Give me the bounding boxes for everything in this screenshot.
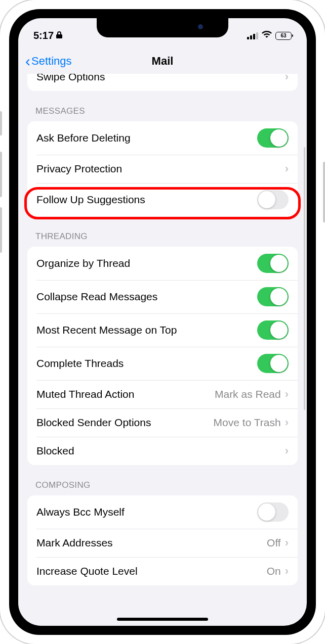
- toggle-follow-up[interactable]: [257, 190, 289, 209]
- row-label: Swipe Options: [36, 74, 285, 83]
- row-always-bcc[interactable]: Always Bcc Myself: [27, 495, 298, 529]
- battery-level: 63: [280, 33, 286, 38]
- lock-icon: [56, 30, 62, 41]
- phone-bezel: 5:17 63: [9, 9, 316, 635]
- row-blocked[interactable]: Blocked ›: [27, 437, 298, 465]
- toggle-bcc[interactable]: [257, 502, 289, 522]
- settings-content[interactable]: Swipe Options › MESSAGES Ask Before Dele…: [18, 74, 307, 626]
- row-label: Collapse Read Messages: [36, 291, 257, 303]
- section-composing: Always Bcc Myself Mark Addresses Off › I…: [27, 495, 298, 585]
- row-label: Blocked: [36, 445, 285, 457]
- scrollbar[interactable]: [304, 147, 305, 410]
- row-value: Off: [267, 537, 281, 549]
- nav-bar: ‹ Settings Mail: [18, 49, 307, 74]
- row-label: Privacy Protection: [36, 163, 285, 175]
- row-organize-by-thread[interactable]: Organize by Thread: [27, 247, 298, 280]
- page-title: Mail: [152, 55, 174, 68]
- home-indicator[interactable]: [117, 618, 208, 621]
- row-follow-up-suggestions[interactable]: Follow Up Suggestions: [27, 183, 298, 216]
- row-label: Blocked Sender Options: [36, 417, 214, 429]
- chevron-right-icon: ›: [285, 444, 289, 457]
- chevron-right-icon: ›: [285, 416, 289, 429]
- row-muted-thread-action[interactable]: Muted Thread Action Mark as Read ›: [27, 380, 298, 408]
- row-ask-before-deleting[interactable]: Ask Before Deleting: [27, 121, 298, 155]
- wifi-icon: [262, 30, 272, 41]
- row-mark-addresses[interactable]: Mark Addresses Off ›: [27, 529, 298, 557]
- screen: 5:17 63: [18, 18, 307, 626]
- power-button: [323, 162, 325, 222]
- row-label: Organize by Thread: [36, 257, 257, 269]
- row-recent-on-top[interactable]: Most Recent Message on Top: [27, 313, 298, 347]
- chevron-right-icon: ›: [285, 536, 289, 549]
- phone-frame: 5:17 63: [0, 0, 325, 644]
- row-value: Move to Trash: [214, 417, 281, 429]
- section-messages: Ask Before Deleting Privacy Protection ›…: [27, 121, 298, 216]
- status-left: 5:17: [33, 30, 62, 41]
- row-swipe-options[interactable]: Swipe Options ›: [27, 74, 298, 91]
- row-complete-threads[interactable]: Complete Threads: [27, 347, 298, 380]
- cellular-icon: [247, 32, 258, 39]
- mute-switch: [0, 111, 2, 135]
- section-threading: Organize by Thread Collapse Read Message…: [27, 247, 298, 465]
- row-label: Increase Quote Level: [36, 565, 267, 577]
- section-header-messages: MESSAGES: [18, 91, 307, 121]
- chevron-right-icon: ›: [285, 565, 289, 578]
- toggle-organize[interactable]: [257, 254, 289, 273]
- back-button[interactable]: ‹ Settings: [25, 54, 72, 69]
- row-increase-quote-level[interactable]: Increase Quote Level On ›: [27, 557, 298, 585]
- row-label: Ask Before Deleting: [36, 132, 257, 144]
- battery-icon: 63: [275, 32, 292, 40]
- notch: [97, 18, 228, 37]
- chevron-left-icon: ‹: [25, 54, 30, 69]
- toggle-complete[interactable]: [257, 354, 289, 373]
- row-privacy-protection[interactable]: Privacy Protection ›: [27, 155, 298, 183]
- row-label: Follow Up Suggestions: [36, 194, 257, 206]
- status-time: 5:17: [33, 30, 54, 41]
- row-value: Mark as Read: [215, 388, 281, 400]
- toggle-recent-top[interactable]: [257, 320, 289, 340]
- toggle-ask-before-deleting[interactable]: [257, 128, 289, 148]
- row-label: Mark Addresses: [36, 537, 267, 549]
- toggle-collapse[interactable]: [257, 287, 289, 306]
- row-label: Muted Thread Action: [36, 388, 215, 400]
- row-label: Always Bcc Myself: [36, 506, 257, 518]
- section-partial: Swipe Options ›: [27, 74, 298, 91]
- back-label: Settings: [31, 55, 72, 68]
- row-value: On: [267, 565, 281, 577]
- chevron-right-icon: ›: [285, 388, 289, 401]
- row-label: Complete Threads: [36, 357, 257, 370]
- volume-down-button: [0, 207, 2, 253]
- chevron-right-icon: ›: [285, 162, 289, 175]
- status-right: 63: [247, 30, 292, 41]
- row-blocked-sender-options[interactable]: Blocked Sender Options Move to Trash ›: [27, 408, 298, 437]
- section-header-composing: COMPOSING: [18, 465, 307, 495]
- volume-up-button: [0, 152, 2, 197]
- row-label: Most Recent Message on Top: [36, 324, 257, 336]
- row-collapse-read[interactable]: Collapse Read Messages: [27, 280, 298, 313]
- section-header-threading: THREADING: [18, 216, 307, 247]
- chevron-right-icon: ›: [285, 74, 289, 83]
